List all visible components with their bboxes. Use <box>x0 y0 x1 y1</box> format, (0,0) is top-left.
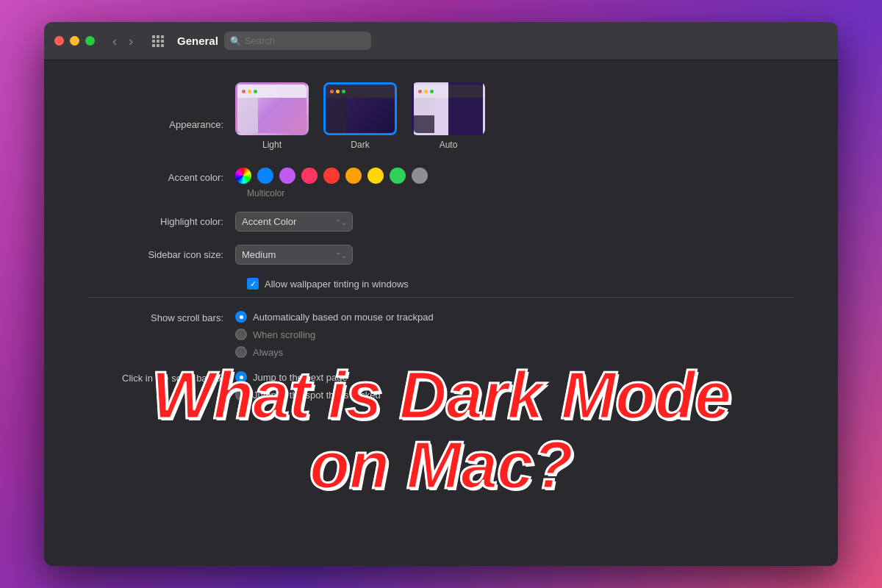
click-next-page-label: Jump to the next page <box>253 372 348 383</box>
content-area: Appearance: Light <box>44 60 838 566</box>
accent-multicolor[interactable] <box>235 168 251 184</box>
scroll-bars-options: Automatically based on mouse or trackpad… <box>235 311 434 358</box>
minimize-button[interactable] <box>70 36 79 46</box>
scroll-when-radio[interactable] <box>235 329 247 340</box>
grid-dot <box>161 35 164 38</box>
highlight-color-row: Highlight color: Accent Color <box>88 212 794 232</box>
click-jump-spot-option[interactable]: Jump to the spot that's clicked <box>235 389 381 401</box>
wallpaper-tinting-checkbox[interactable]: ✓ <box>247 278 259 290</box>
grid-dot <box>157 44 159 47</box>
grid-dot <box>157 35 159 38</box>
scroll-always-option[interactable]: Always <box>235 346 434 358</box>
click-jump-spot-label: Jump to the spot that's clicked <box>253 390 381 401</box>
back-button[interactable]: ‹ <box>108 33 121 49</box>
appearance-thumb-dark <box>323 82 397 135</box>
click-next-page-radio[interactable] <box>235 371 247 383</box>
thumb-dot-green <box>342 90 345 93</box>
appearance-option-dark[interactable]: Dark <box>323 82 397 150</box>
scroll-auto-option[interactable]: Automatically based on mouse or trackpad <box>235 311 434 323</box>
search-wrapper: 🔍 <box>224 32 371 50</box>
thumb-sidebar <box>237 98 258 133</box>
nav-buttons: ‹ › <box>108 33 137 49</box>
click-scroll-bar-row: Click in the scroll bar to: Jump to the … <box>88 371 794 401</box>
thumb-dot-red <box>330 90 334 93</box>
click-scroll-options: Jump to the next page Jump to the spot t… <box>235 371 381 401</box>
thumb-dot-red <box>242 90 245 93</box>
accent-blue[interactable] <box>257 168 273 184</box>
grid-dot <box>152 35 155 38</box>
wallpaper-tinting-label: Allow wallpaper tinting in windows <box>265 279 409 290</box>
accent-color-label: Accent color: <box>88 168 235 183</box>
grid-dot <box>152 40 155 43</box>
sidebar-icon-size-select[interactable]: Medium Small Large <box>235 245 353 265</box>
appearance-light-label: Light <box>262 140 282 150</box>
highlight-color-select-wrapper: Accent Color <box>235 212 353 232</box>
grid-dot <box>161 40 164 43</box>
thumb-dot-green <box>430 90 434 93</box>
divider <box>88 297 794 298</box>
scroll-always-radio[interactable] <box>235 346 247 358</box>
sidebar-icon-size-label: Sidebar icon size: <box>88 249 235 260</box>
thumb-dot-yellow <box>424 90 428 93</box>
grid-dot <box>157 40 159 43</box>
scroll-always-label: Always <box>253 347 283 358</box>
appearance-option-light[interactable]: Light <box>235 82 309 150</box>
close-button[interactable] <box>54 36 64 46</box>
scroll-auto-label: Automatically based on mouse or trackpad <box>253 312 434 323</box>
accent-graphite[interactable] <box>412 168 428 184</box>
accent-color-row: Accent color: <box>88 168 794 184</box>
sidebar-icon-size-row: Sidebar icon size: Medium Small Large <box>88 245 794 265</box>
grid-icon[interactable] <box>152 35 164 47</box>
show-scroll-bars-label: Show scroll bars: <box>88 311 235 323</box>
forward-button[interactable]: › <box>124 33 137 49</box>
appearance-row: Appearance: Light <box>88 82 794 150</box>
appearance-dark-label: Dark <box>351 140 369 150</box>
wallpaper-tinting-row: ✓ Allow wallpaper tinting in windows <box>88 278 794 290</box>
accent-orange[interactable] <box>345 168 362 184</box>
search-input[interactable] <box>224 32 371 50</box>
appearance-auto-label: Auto <box>440 140 458 150</box>
scroll-when-label: When scrolling <box>253 329 315 340</box>
show-scroll-bars-row: Show scroll bars: Automatically based on… <box>88 311 794 358</box>
thumb-dot-green <box>254 90 257 93</box>
highlight-color-label: Highlight color: <box>88 216 235 227</box>
maximize-button[interactable] <box>85 36 95 46</box>
sidebar-icon-size-select-wrapper: Medium Small Large <box>235 245 353 265</box>
accent-pink[interactable] <box>301 168 318 184</box>
multicolor-label: Multicolor <box>88 188 794 198</box>
checkmark-icon: ✓ <box>250 279 257 289</box>
appearance-thumb-light <box>235 82 309 135</box>
thumb-dot-yellow <box>248 90 251 93</box>
thumb-dot-yellow <box>336 90 340 93</box>
highlight-color-select[interactable]: Accent Color <box>235 212 353 232</box>
click-scroll-bar-label: Click in the scroll bar to: <box>88 371 235 384</box>
thumb-sidebar <box>414 98 434 133</box>
accent-yellow[interactable] <box>368 168 384 184</box>
scroll-auto-radio[interactable] <box>235 311 247 323</box>
overlay-line2: on Mac? <box>110 431 772 501</box>
thumb-sidebar <box>326 98 346 133</box>
click-next-page-option[interactable]: Jump to the next page <box>235 371 381 383</box>
grid-dot <box>161 44 164 47</box>
accent-purple[interactable] <box>279 168 295 184</box>
titlebar: ‹ › General 🔍 <box>44 22 838 60</box>
thumb-dot-red <box>418 90 422 93</box>
appearance-options: Light Dark <box>235 82 485 150</box>
click-jump-spot-radio[interactable] <box>235 389 247 401</box>
window-title: General <box>177 35 218 47</box>
accent-color-options <box>235 168 428 184</box>
settings-window: ‹ › General 🔍 Appearance: <box>44 22 838 566</box>
accent-green[interactable] <box>390 168 406 184</box>
grid-dot <box>152 44 155 47</box>
accent-red[interactable] <box>323 168 340 184</box>
scroll-when-scrolling-option[interactable]: When scrolling <box>235 329 434 340</box>
appearance-label: Appearance: <box>88 82 235 130</box>
appearance-option-auto[interactable]: Auto <box>412 82 485 150</box>
appearance-thumb-auto <box>412 82 485 135</box>
